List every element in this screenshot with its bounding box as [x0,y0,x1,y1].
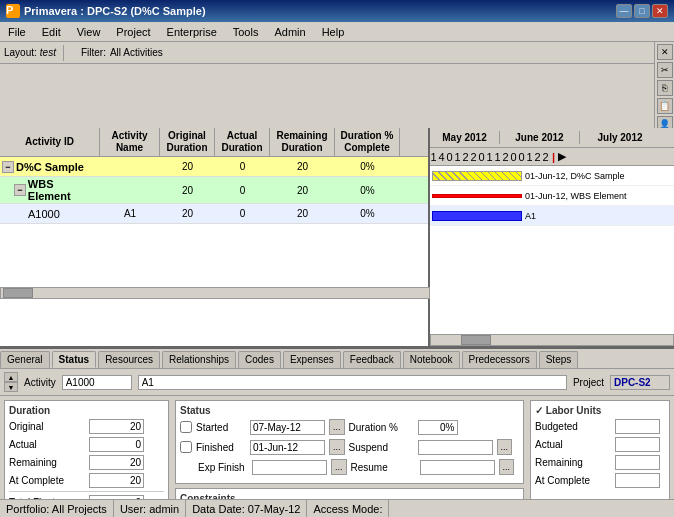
started-browse[interactable]: ... [329,419,345,435]
tab-notebook[interactable]: Notebook [403,351,460,368]
collapse-icon-wbs[interactable]: − [14,184,26,196]
gantt-bar-activity [432,211,522,221]
gantt-label-2: A1 [525,211,536,221]
data-date-status: Data Date: 07-May-12 [186,500,307,517]
minimize-button[interactable]: — [616,4,632,18]
row-actual-0: 0 [215,160,270,173]
remaining-input[interactable] [89,455,144,470]
table-row[interactable]: A1000 A1 20 0 20 0% [0,204,428,224]
suspend-input[interactable] [418,440,493,455]
row-id-2: A1000 [28,208,60,220]
row-orig-2: 20 [160,207,215,220]
suspend-browse[interactable]: ... [497,439,513,455]
row-pct-2: 0% [335,207,400,220]
gantt-chart: May 2012 June 2012 July 2012 1 4 0 1 2 2… [430,128,674,346]
gantt-area: Activity ID ActivityName OriginalDuratio… [0,128,674,348]
activity-id-field[interactable] [62,375,132,390]
resume-browse[interactable]: ... [499,459,515,475]
tab-feedback[interactable]: Feedback [343,351,401,368]
row-name-2: A1 [100,207,160,220]
actual-label: Actual [9,439,89,450]
col-header-actual-dur: ActualDuration [215,128,270,156]
menu-admin[interactable]: Admin [270,25,309,39]
gantt-scrollbar[interactable] [430,334,674,346]
finished-input[interactable] [250,440,325,455]
labor-budgeted-input[interactable] [615,419,660,434]
table-header: Activity ID ActivityName OriginalDuratio… [0,128,428,157]
menu-edit[interactable]: Edit [38,25,65,39]
tab-codes[interactable]: Codes [238,351,281,368]
activity-bar: ▲ ▼ Activity Project [0,369,674,396]
labor-budgeted-label: Budgeted [535,421,615,432]
portfolio-status: Portfolio: All Projects [0,500,114,517]
started-checkbox[interactable] [180,421,192,433]
exp-finish-row: Exp Finish ... Resume ... [180,459,519,475]
labor-actual-label: Actual [535,439,615,450]
row-pct-1: 0% [335,184,400,197]
table-row[interactable]: − D%C Sample 20 0 20 0% [0,157,428,177]
col-header-activity-id: Activity ID [0,128,100,156]
labor-remaining-input[interactable] [615,455,660,470]
at-complete-row: At Complete [9,473,164,488]
row-id-0: D%C Sample [16,161,84,173]
labor-atcomplete-label: At Complete [535,475,615,486]
toolbar: Layout: test Filter: All Activities [0,42,674,64]
nav-up[interactable]: ▲ [4,372,18,382]
maximize-button[interactable]: □ [634,4,650,18]
exp-finish-label: Exp Finish [198,462,248,473]
started-input[interactable] [250,420,325,435]
labor-atcomplete-input[interactable] [615,473,660,488]
layout-value: test [40,47,56,58]
menu-file[interactable]: File [4,25,30,39]
exp-finish-browse[interactable]: ... [331,459,347,475]
tab-expenses[interactable]: Expenses [283,351,341,368]
tab-predecessors[interactable]: Predecessors [462,351,537,368]
tab-status[interactable]: Status [52,351,97,368]
tab-relationships[interactable]: Relationships [162,351,236,368]
labor-actual-input[interactable] [615,437,660,452]
labor-budgeted-row: Budgeted [535,419,665,434]
at-complete-input[interactable] [89,473,144,488]
toolbar-btn-paste[interactable]: 📋 [657,98,673,114]
menu-enterprise[interactable]: Enterprise [163,25,221,39]
month-july: July 2012 [580,131,660,144]
original-label: Original [9,421,89,432]
menu-tools[interactable]: Tools [229,25,263,39]
menu-view[interactable]: View [73,25,105,39]
table-row[interactable]: − WBS Element 20 0 20 0% [0,177,428,204]
gantt-label-0: 01-Jun-12, D%C Sample [525,171,625,181]
status-section: Status Started ... Duration % [175,400,524,484]
tab-general[interactable]: General [0,351,50,368]
col-header-activity-name: ActivityName [100,128,160,156]
resume-input[interactable] [420,460,495,475]
row-name-1 [100,189,160,191]
tab-resources[interactable]: Resources [98,351,160,368]
nav-down[interactable]: ▼ [4,382,18,392]
h-scrollbar[interactable] [0,287,430,299]
menu-project[interactable]: Project [112,25,154,39]
toolbar-btn-cut[interactable]: ✂ [657,62,673,78]
gantt-label-1: 01-Jun-12, WBS Element [525,191,627,201]
duration-pct-input[interactable] [418,420,458,435]
app-icon: P [6,4,20,18]
project-field[interactable] [610,375,670,390]
project-label: Project [573,377,604,388]
actual-input[interactable] [89,437,144,452]
tab-steps[interactable]: Steps [539,351,579,368]
filter-value: All Activities [110,47,163,58]
activity-nav[interactable]: ▲ ▼ [4,372,18,392]
original-input[interactable] [89,419,144,434]
exp-finish-input[interactable] [252,460,327,475]
row-orig-0: 20 [160,160,215,173]
finished-browse[interactable]: ... [329,439,345,455]
labor-actual-row: Actual [535,437,665,452]
collapse-icon[interactable]: − [2,161,14,173]
toolbar-btn-copy[interactable]: ⎘ [657,80,673,96]
status-title: Status [180,405,519,416]
menu-help[interactable]: Help [318,25,349,39]
finished-checkbox[interactable] [180,441,192,453]
close-button[interactable]: ✕ [652,4,668,18]
toolbar-btn-1[interactable]: ✕ [657,44,673,60]
activity-name-field[interactable] [138,375,567,390]
detail-panel: General Status Resources Relationships C… [0,348,674,517]
